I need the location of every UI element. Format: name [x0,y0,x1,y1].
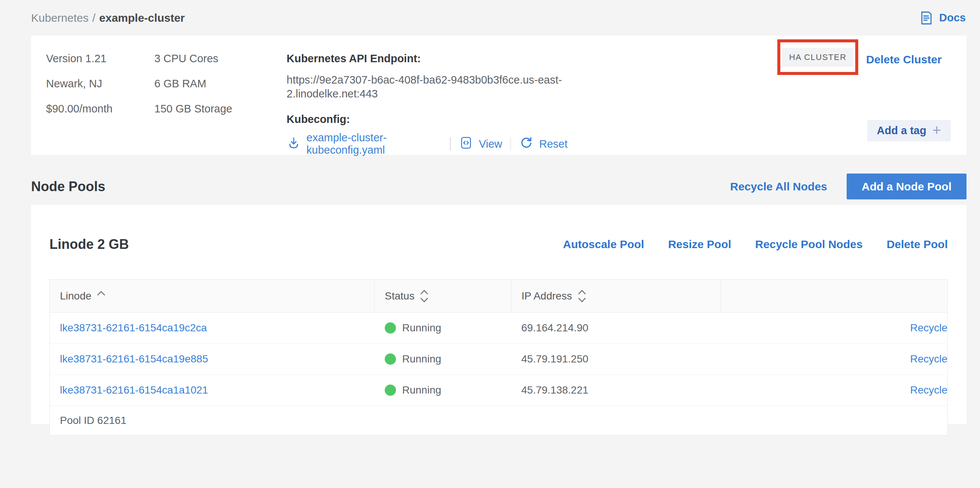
kubeconfig-reset-button[interactable]: Reset [519,136,568,153]
node-link[interactable]: lke38731-62161-6154ca19c2ca [60,322,207,333]
code-view-icon [459,136,473,153]
ip-address: 45.79.191.250 [511,344,721,375]
pool-id-label: Pool ID 62161 [50,406,948,435]
actions-column-header [721,280,948,313]
sort-icon [577,288,587,304]
docs-link[interactable]: Docs [919,10,966,26]
table-row: lke38731-62161-6154ca19c2ca Running 69.1… [50,313,948,344]
view-label: View [479,138,502,150]
status-label: Running [402,322,441,334]
status-cell: Running [375,344,511,375]
ip-address-column-header[interactable]: IP Address [511,280,721,313]
recycle-node-button[interactable]: Recycle [910,384,947,396]
sort-ascending-icon [97,290,106,296]
status-running-dot [385,384,396,396]
pool-id-row: Pool ID 62161 [50,406,948,435]
node-link[interactable]: lke38731-62161-6154ca1a1021 [60,384,208,396]
add-node-pool-button[interactable]: Add a Node Pool [846,174,967,199]
cluster-ram: 6 GB RAM [154,78,286,90]
status-cell: Running [375,313,511,344]
recycle-pool-nodes-button[interactable]: Recycle Pool Nodes [755,238,863,251]
pool-name: Linode 2 GB [49,236,563,252]
table-row: lke38731-62161-6154ca19e885 Running 45.7… [50,344,948,375]
breadcrumb-separator: / [92,12,95,24]
breadcrumb-cluster-name: example-cluster [99,12,185,24]
download-icon [286,136,301,153]
ha-cluster-annotation-highlight: HA CLUSTER [777,39,858,75]
node-link[interactable]: lke38731-62161-6154ca19e885 [60,353,208,365]
recycle-all-nodes-button[interactable]: Recycle All Nodes [730,180,827,193]
node-table: Linode Status [49,279,948,435]
cluster-cpu: 3 CPU Cores [154,53,286,65]
cluster-storage: 150 GB Storage [154,103,286,115]
kubeconfig-row: example-cluster-kubeconfig.yaml View [286,132,568,156]
plus-icon: + [932,123,941,137]
api-endpoint-url: https://9e2a7307-b6ac-408f-ba62-9483b0b3… [286,73,568,101]
ip-address: 45.79.138.221 [511,375,721,406]
table-row: lke38731-62161-6154ca1a1021 Running 45.7… [50,375,948,406]
cluster-price: $90.00/month [46,103,154,115]
resize-pool-button[interactable]: Resize Pool [668,238,731,251]
kubeconfig-label: Kubeconfig: [286,113,568,126]
pool-head: Linode 2 GB Autoscale Pool Resize Pool R… [49,223,948,266]
docs-label: Docs [939,12,966,24]
cluster-version: Version 1.21 [46,53,154,65]
linode-column-label: Linode [60,290,91,302]
status-column-header[interactable]: Status [375,280,511,313]
status-column-label: Status [385,290,414,302]
linode-column-header[interactable]: Linode [50,280,375,313]
reset-label: Reset [539,138,568,150]
delete-cluster-button[interactable]: Delete Cluster [866,53,942,66]
status-cell: Running [375,375,511,406]
recycle-node-button[interactable]: Recycle [910,353,947,365]
status-label: Running [402,384,441,396]
status-label: Running [402,353,441,365]
kubeconfig-view-button[interactable]: View [459,136,502,153]
kubeconfig-download-link[interactable]: example-cluster-kubeconfig.yaml [286,132,442,156]
cluster-summary-card: Version 1.21 Newark, NJ $90.00/month 3 C… [31,36,967,155]
add-tag-button[interactable]: Add a tag + [867,120,951,141]
node-pools-title: Node Pools [31,179,730,195]
sort-icon [420,288,429,304]
status-running-dot [385,322,396,333]
api-endpoint-label: Kubernetes API Endpoint: [286,53,568,65]
kubeconfig-filename: example-cluster-kubeconfig.yaml [306,132,442,156]
reset-icon [519,136,533,153]
recycle-node-button[interactable]: Recycle [910,322,947,333]
cluster-specs-column-2: 3 CPU Cores 6 GB RAM 150 GB Storage [154,36,286,155]
add-tag-label: Add a tag [877,124,926,137]
pool-actions: Autoscale Pool Resize Pool Recycle Pool … [563,238,948,251]
cluster-specs-column-1: Version 1.21 Newark, NJ $90.00/month [46,36,154,155]
node-pools-header: Node Pools Recycle All Nodes Add a Node … [31,174,967,199]
status-running-dot [385,354,396,365]
ha-cluster-badge: HA CLUSTER [782,48,853,67]
separator [450,137,451,151]
ip-address-column-label: IP Address [522,290,572,302]
summary-right-area: HA CLUSTER Delete Cluster Add a tag + [568,36,951,155]
breadcrumb-kubernetes-link[interactable]: Kubernetes [31,12,88,24]
delete-pool-button[interactable]: Delete Pool [887,238,948,251]
ip-address: 69.164.214.90 [511,313,721,344]
node-pool-card: Linode 2 GB Autoscale Pool Resize Pool R… [31,205,967,424]
kubernetes-cluster-detail-page: Kubernetes/example-cluster Docs Version … [0,0,980,488]
autoscale-pool-button[interactable]: Autoscale Pool [563,238,644,251]
table-header-row: Linode Status [50,280,948,313]
cluster-region: Newark, NJ [46,78,154,90]
topbar: Kubernetes/example-cluster Docs [0,0,980,36]
separator [511,137,511,151]
endpoint-column: Kubernetes API Endpoint: https://9e2a730… [286,36,568,155]
docs-icon [919,10,934,26]
breadcrumb: Kubernetes/example-cluster [31,12,185,24]
